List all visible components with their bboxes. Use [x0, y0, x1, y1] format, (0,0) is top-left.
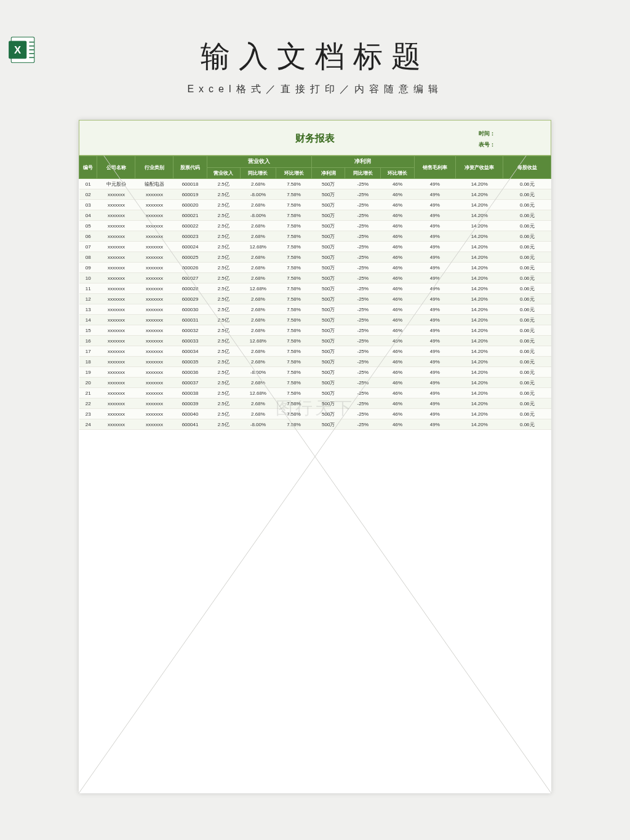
cell-rev: 2.5亿: [207, 367, 240, 378]
cell-np: 500万: [312, 221, 345, 231]
cell-np: 500万: [312, 388, 345, 398]
cell-industry: xxxxxxx: [135, 189, 173, 200]
cell-rev_yoy: -8.00%: [240, 367, 276, 378]
cell-rev_yoy: 2.68%: [240, 231, 276, 242]
table-row: 18xxxxxxxxxxxxxx6000352.5亿2.68%7.58%500万…: [79, 357, 551, 367]
cell-id: 12: [79, 294, 97, 304]
cell-roe: 14.20%: [456, 378, 503, 388]
cell-id: 04: [79, 210, 97, 221]
cell-rev_yoy: 2.68%: [240, 263, 276, 273]
cell-np_mom: 46%: [381, 336, 414, 346]
cell-code: 600036: [173, 367, 207, 378]
cell-rev: 2.5亿: [207, 336, 240, 346]
cell-industry: 输配电器: [135, 179, 173, 189]
cell-np_mom: 46%: [381, 242, 414, 252]
cell-rev: 2.5亿: [207, 210, 240, 221]
cell-id: 13: [79, 304, 97, 315]
cell-rev_mom: 7.58%: [276, 294, 311, 304]
col-np-mom: 环比增长: [381, 168, 414, 179]
cell-np: 500万: [312, 200, 345, 210]
report-header: 财务报表 时间： 表号：: [79, 120, 551, 156]
cell-industry: xxxxxxx: [135, 221, 173, 231]
cell-np_mom: 46%: [381, 378, 414, 388]
cell-roe: 14.20%: [456, 273, 503, 283]
page-title: 输入文档标题: [0, 37, 630, 76]
cell-rev_yoy: 12.68%: [240, 388, 276, 398]
cell-code: 600037: [173, 378, 207, 388]
cell-roe: 14.20%: [456, 304, 503, 315]
cell-industry: xxxxxxx: [135, 378, 173, 388]
cell-industry: xxxxxxx: [135, 252, 173, 263]
cell-np_mom: 46%: [381, 304, 414, 315]
cell-np_yoy: -25%: [345, 409, 381, 419]
cell-eps: 0.06元: [503, 273, 551, 283]
cell-np: 500万: [312, 179, 345, 189]
cell-eps: 0.06元: [503, 346, 551, 357]
cell-gm: 49%: [414, 221, 455, 231]
cell-id: 06: [79, 231, 97, 242]
cell-id: 08: [79, 252, 97, 263]
cell-rev_mom: 7.58%: [276, 419, 311, 430]
cell-code: 600041: [173, 419, 207, 430]
cell-rev_yoy: 2.68%: [240, 398, 276, 409]
cell-eps: 0.06元: [503, 242, 551, 252]
cell-rev_mom: 7.58%: [276, 221, 311, 231]
cell-industry: xxxxxxx: [135, 325, 173, 336]
cell-gm: 49%: [414, 283, 455, 294]
cell-eps: 0.06元: [503, 336, 551, 346]
cell-rev_yoy: 2.68%: [240, 325, 276, 336]
cell-roe: 14.20%: [456, 189, 503, 200]
cell-np_mom: 46%: [381, 273, 414, 283]
cell-rev: 2.5亿: [207, 242, 240, 252]
cell-np_yoy: -25%: [345, 283, 381, 294]
cell-eps: 0.06元: [503, 304, 551, 315]
cell-rev: 2.5亿: [207, 409, 240, 419]
cell-code: 600035: [173, 357, 207, 367]
cell-name: xxxxxxx: [97, 283, 135, 294]
cell-id: 24: [79, 419, 97, 430]
cell-gm: 49%: [414, 252, 455, 263]
cell-code: 600019: [173, 189, 207, 200]
cell-np_mom: 46%: [381, 346, 414, 357]
cell-rev_yoy: -8.00%: [240, 210, 276, 221]
cell-roe: 14.20%: [456, 336, 503, 346]
cell-roe: 14.20%: [456, 231, 503, 242]
cell-np: 500万: [312, 210, 345, 221]
cell-industry: xxxxxxx: [135, 357, 173, 367]
table-row: 11xxxxxxxxxxxxxx6000282.5亿12.68%7.58%500…: [79, 283, 551, 294]
cell-rev_yoy: 2.68%: [240, 294, 276, 304]
cell-eps: 0.06元: [503, 231, 551, 242]
col-name: 公司名称: [97, 156, 135, 179]
table-row: 02xxxxxxxxxxxxxx6000192.5亿-8.00%7.58%500…: [79, 189, 551, 200]
cell-code: 600022: [173, 221, 207, 231]
cell-gm: 49%: [414, 242, 455, 252]
cell-np: 500万: [312, 398, 345, 409]
cell-rev: 2.5亿: [207, 189, 240, 200]
cell-roe: 14.20%: [456, 179, 503, 189]
cell-code: 600023: [173, 231, 207, 242]
cell-id: 02: [79, 189, 97, 200]
cell-np_yoy: -25%: [345, 200, 381, 210]
col-rev-yoy: 同比增长: [240, 168, 276, 179]
cell-id: 21: [79, 388, 97, 398]
col-gm: 销售毛利率: [414, 156, 455, 179]
cell-rev_mom: 7.58%: [276, 409, 311, 419]
cell-np_mom: 46%: [381, 252, 414, 263]
cell-gm: 49%: [414, 398, 455, 409]
cell-rev: 2.5亿: [207, 419, 240, 430]
table-row: 15xxxxxxxxxxxxxx6000322.5亿2.68%7.58%500万…: [79, 325, 551, 336]
cell-eps: 0.06元: [503, 315, 551, 325]
cell-gm: 49%: [414, 357, 455, 367]
cell-code: 600018: [173, 179, 207, 189]
cell-name: xxxxxxx: [97, 409, 135, 419]
table-row: 05xxxxxxxxxxxxxx6000222.5亿2.68%7.58%500万…: [79, 221, 551, 231]
cell-gm: 49%: [414, 346, 455, 357]
cell-code: 600024: [173, 242, 207, 252]
cell-industry: xxxxxxx: [135, 242, 173, 252]
meta-time-label: 时间：: [479, 128, 495, 139]
cell-name: xxxxxxx: [97, 294, 135, 304]
table-row: 14xxxxxxxxxxxxxx6000312.5亿2.68%7.58%500万…: [79, 315, 551, 325]
table-row: 13xxxxxxxxxxxxxx6000302.5亿2.68%7.58%500万…: [79, 304, 551, 315]
cell-industry: xxxxxxx: [135, 315, 173, 325]
cell-gm: 49%: [414, 388, 455, 398]
